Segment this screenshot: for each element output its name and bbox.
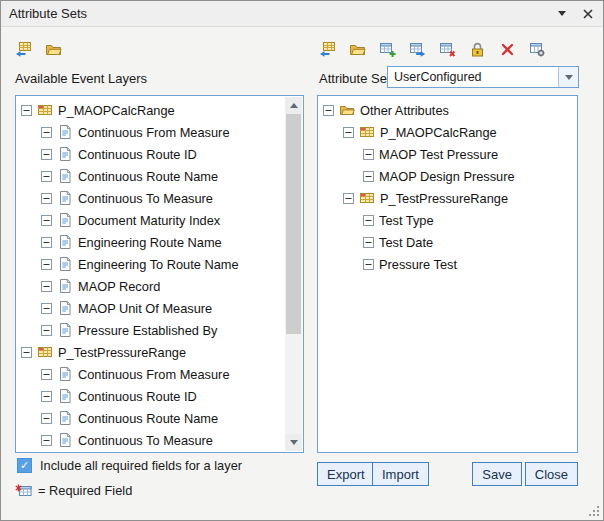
dialog-title: Attribute Sets <box>9 6 87 21</box>
collapse-icon[interactable] <box>41 149 52 160</box>
tree-item[interactable]: P_TestPressureRange <box>17 341 284 363</box>
doc-icon <box>57 322 73 338</box>
tree-item-label: P_TestPressureRange <box>58 345 186 360</box>
tree-item-label: P_MAOPCalcRange <box>380 125 497 140</box>
tree-item[interactable]: Test Date <box>319 231 576 253</box>
required-field-icon <box>15 483 32 498</box>
add-group-icon[interactable] <box>44 40 62 58</box>
layer-icon <box>359 190 375 206</box>
tree-item[interactable]: Continuous Route Name <box>17 407 284 429</box>
doc-icon <box>57 146 73 162</box>
collapse-icon[interactable] <box>363 149 374 160</box>
tree-item[interactable]: Other Attributes <box>319 99 576 121</box>
resize-grip[interactable] <box>587 504 600 517</box>
tree-item[interactable]: Engineering To Route Name <box>17 253 284 275</box>
add-selected-fields-icon[interactable] <box>408 40 426 58</box>
collapse-icon[interactable] <box>41 127 52 138</box>
add-group-icon[interactable] <box>348 40 366 58</box>
tree-item-label: Engineering To Route Name <box>78 257 239 272</box>
tree-item[interactable]: MAOP Design Pressure <box>319 165 576 187</box>
collapse-icon[interactable] <box>41 391 52 402</box>
add-all-fields-icon[interactable] <box>378 40 396 58</box>
tree-item-label: Pressure Established By <box>78 323 217 338</box>
add-event-layer-icon[interactable] <box>318 40 336 58</box>
tree-item[interactable]: MAOP Record <box>17 275 284 297</box>
collapse-icon[interactable] <box>363 215 374 226</box>
tree-item[interactable]: Test Type <box>319 209 576 231</box>
dock-menu-icon[interactable] <box>555 7 569 21</box>
scroll-down-icon[interactable] <box>285 434 302 451</box>
collapse-icon[interactable] <box>41 237 52 248</box>
collapse-icon[interactable] <box>41 281 52 292</box>
collapse-icon[interactable] <box>21 347 32 358</box>
save-button[interactable]: Save <box>472 462 522 486</box>
tree-item[interactable]: Continuous From Measure <box>17 363 284 385</box>
tree-item[interactable]: Document Maturity Index <box>17 209 284 231</box>
tree-item[interactable]: Continuous From Measure <box>17 121 284 143</box>
tree-item[interactable]: Engineering Route Name <box>17 231 284 253</box>
lock-icon[interactable] <box>468 40 486 58</box>
collapse-icon[interactable] <box>363 259 374 270</box>
available-layers-tree: P_MAOPCalcRangeContinuous From MeasureCo… <box>17 97 284 451</box>
layer-icon <box>37 344 53 360</box>
collapse-icon[interactable] <box>41 303 52 314</box>
collapse-icon[interactable] <box>41 413 52 424</box>
collapse-icon[interactable] <box>41 171 52 182</box>
doc-icon <box>57 432 73 448</box>
tree-item[interactable]: MAOP Test Pressure <box>319 143 576 165</box>
tree-item[interactable]: MAOP Unit Of Measure <box>17 297 284 319</box>
add-event-layer-icon[interactable] <box>14 40 32 58</box>
collapse-icon[interactable] <box>363 237 374 248</box>
tree-item[interactable]: P_MAOPCalcRange <box>319 121 576 143</box>
collapse-icon[interactable] <box>343 193 354 204</box>
doc-icon <box>57 234 73 250</box>
collapse-icon[interactable] <box>41 215 52 226</box>
export-button[interactable]: Export <box>317 462 375 486</box>
required-field-legend-label: = Required Field <box>38 483 132 498</box>
tree-item[interactable]: P_MAOPCalcRange <box>17 99 284 121</box>
collapse-icon[interactable] <box>41 193 52 204</box>
attribute-set-select[interactable]: UserConfigured <box>387 66 579 88</box>
collapse-icon[interactable] <box>323 105 334 116</box>
scrollbar-thumb[interactable] <box>286 114 301 334</box>
tree-item-label: Other Attributes <box>360 103 449 118</box>
tree-item[interactable]: Continuous To Measure <box>17 429 284 451</box>
doc-icon <box>57 256 73 272</box>
folder-icon <box>339 102 355 118</box>
tree-item[interactable]: Continuous Route ID <box>17 385 284 407</box>
doc-icon <box>57 190 73 206</box>
tree-item[interactable]: Pressure Established By <box>17 319 284 341</box>
tree-item-label: Document Maturity Index <box>78 213 220 228</box>
remove-field-icon[interactable] <box>438 40 456 58</box>
toolbar-right <box>318 39 546 59</box>
delete-icon[interactable] <box>498 40 516 58</box>
collapse-icon[interactable] <box>41 369 52 380</box>
close-button[interactable]: Close <box>525 462 578 486</box>
tree-item-label: P_TestPressureRange <box>380 191 508 206</box>
tree-item-label: MAOP Unit Of Measure <box>78 301 212 316</box>
collapse-icon[interactable] <box>21 105 32 116</box>
required-field-legend-row: = Required Field <box>15 483 132 498</box>
close-icon[interactable] <box>581 7 595 21</box>
collapse-icon[interactable] <box>343 127 354 138</box>
tree-item[interactable]: Pressure Test <box>319 253 576 275</box>
scroll-up-icon[interactable] <box>285 97 302 114</box>
scrollbar[interactable] <box>285 97 302 451</box>
include-required-checkbox[interactable] <box>17 458 32 473</box>
import-button[interactable]: Import <box>372 462 429 486</box>
dropdown-arrow-icon[interactable] <box>558 67 578 87</box>
collapse-icon[interactable] <box>41 435 52 446</box>
titlebar[interactable]: Attribute Sets <box>1 1 603 27</box>
tree-item[interactable]: Continuous Route ID <box>17 143 284 165</box>
table-settings-icon[interactable] <box>528 40 546 58</box>
collapse-icon[interactable] <box>41 325 52 336</box>
tree-item-label: Continuous Route ID <box>78 389 197 404</box>
tree-item-label: Continuous Route Name <box>78 169 218 184</box>
collapse-icon[interactable] <box>41 259 52 270</box>
tree-item-label: Continuous To Measure <box>78 433 213 448</box>
tree-item[interactable]: P_TestPressureRange <box>319 187 576 209</box>
collapse-icon[interactable] <box>363 171 374 182</box>
tree-item[interactable]: Continuous Route Name <box>17 165 284 187</box>
tree-item[interactable]: Continuous To Measure <box>17 187 284 209</box>
doc-icon <box>57 388 73 404</box>
